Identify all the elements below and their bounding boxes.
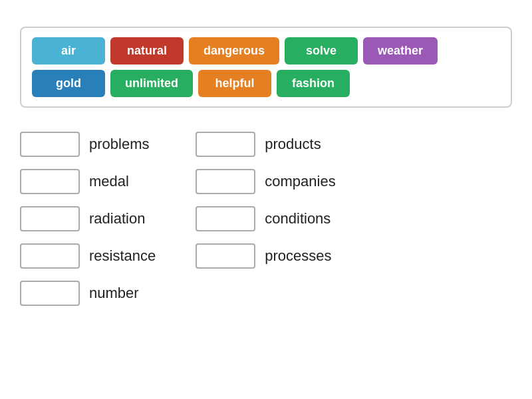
chip-unlimited[interactable]: unlimited xyxy=(110,70,193,97)
label-companies: companies xyxy=(265,173,335,190)
chip-air[interactable]: air xyxy=(32,37,105,65)
label-problems: problems xyxy=(89,136,149,153)
answer-box-companies[interactable] xyxy=(196,169,255,194)
answer-box-resistance[interactable] xyxy=(20,243,80,269)
right-column: productscompaniesconditionsprocesses xyxy=(196,132,335,306)
chip-natural[interactable]: natural xyxy=(110,37,184,65)
chip-helpful[interactable]: helpful xyxy=(198,70,271,97)
label-medal: medal xyxy=(89,173,129,190)
label-products: products xyxy=(265,136,321,153)
label-conditions: conditions xyxy=(265,210,331,227)
chip-dangerous[interactable]: dangerous xyxy=(189,37,279,65)
answer-box-radiation[interactable] xyxy=(20,206,80,231)
match-row: problems xyxy=(20,132,156,157)
match-row: resistance xyxy=(20,243,156,269)
match-row: number xyxy=(20,281,156,306)
answer-box-conditions[interactable] xyxy=(196,206,255,231)
word-bank: airnaturaldangeroussolveweathergoldunlim… xyxy=(20,27,512,108)
match-row: radiation xyxy=(20,206,156,231)
match-row: conditions xyxy=(196,206,335,231)
match-row: processes xyxy=(196,243,335,269)
label-radiation: radiation xyxy=(89,210,145,227)
label-resistance: resistance xyxy=(89,247,156,265)
chip-weather[interactable]: weather xyxy=(363,37,438,65)
answer-box-problems[interactable] xyxy=(20,132,80,157)
matching-area: problemsmedalradiationresistancenumber p… xyxy=(20,132,512,306)
left-column: problemsmedalradiationresistancenumber xyxy=(20,132,156,306)
match-row: companies xyxy=(196,169,335,194)
label-processes: processes xyxy=(265,247,331,265)
chip-gold[interactable]: gold xyxy=(32,70,105,97)
match-row: medal xyxy=(20,169,156,194)
answer-box-medal[interactable] xyxy=(20,169,80,194)
answer-box-products[interactable] xyxy=(196,132,255,157)
match-row: products xyxy=(196,132,335,157)
answer-box-processes[interactable] xyxy=(196,243,255,269)
chip-fashion[interactable]: fashion xyxy=(277,70,350,97)
answer-box-number[interactable] xyxy=(20,281,80,306)
label-number: number xyxy=(89,285,139,302)
chip-solve[interactable]: solve xyxy=(285,37,358,65)
